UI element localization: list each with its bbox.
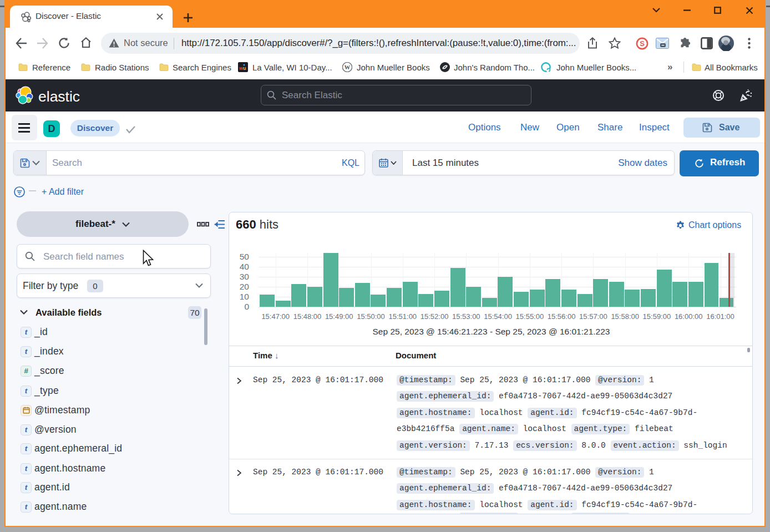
svg-text:S: S <box>640 39 645 48</box>
svg-text:u: u <box>243 65 246 71</box>
svg-text:W: W <box>345 64 351 70</box>
